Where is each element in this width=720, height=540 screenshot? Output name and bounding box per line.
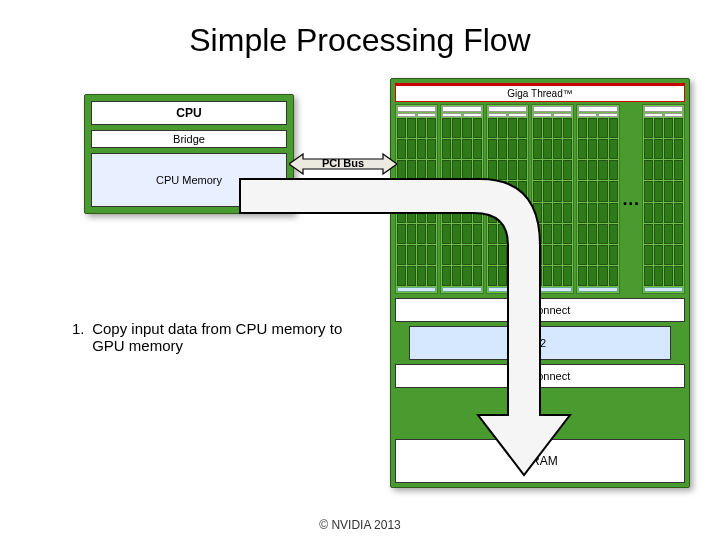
bridge-label: Bridge — [91, 130, 287, 148]
step-1: 1. Copy input data from CPU memory to GP… — [72, 320, 382, 354]
cpu-block: CPU Bridge CPU Memory — [84, 94, 294, 214]
sm-row: … — [395, 104, 685, 294]
slide-title: Simple Processing Flow — [0, 22, 720, 59]
l2-label: L2 — [409, 326, 671, 360]
step-text: Copy input data from CPU memory to GPU m… — [92, 320, 372, 354]
dram-label: DRAM — [395, 439, 685, 483]
step-number: 1. — [72, 320, 88, 337]
gpu-block: Giga Thread™ … Interconnect L2 Interconn… — [390, 78, 690, 488]
sm-column — [576, 104, 619, 294]
sm-column — [531, 104, 574, 294]
sm-column — [395, 104, 438, 294]
giga-thread-label: Giga Thread™ — [395, 83, 685, 102]
interconnect-label: Interconnect — [395, 298, 685, 322]
interconnect-label-2: Interconnect — [395, 364, 685, 388]
cpu-label: CPU — [91, 101, 287, 125]
copyright: © NVIDIA 2013 — [0, 518, 720, 532]
cpu-memory-label: CPU Memory — [91, 153, 287, 207]
sm-column — [486, 104, 529, 294]
sm-column — [440, 104, 483, 294]
pci-bus-label: PCI Bus — [289, 152, 397, 174]
sm-column — [642, 104, 685, 294]
sm-ellipsis: … — [622, 104, 640, 294]
